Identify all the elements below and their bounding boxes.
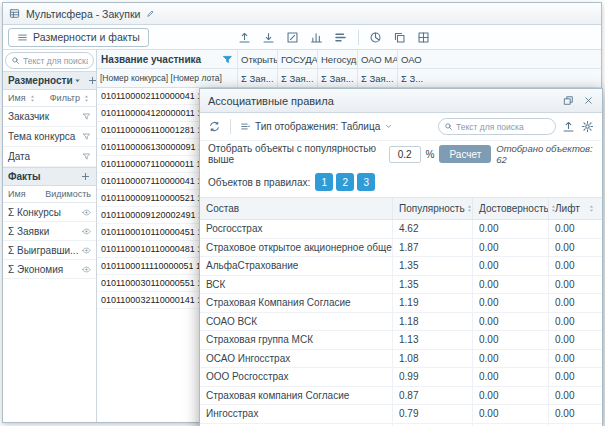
filter-icon[interactable] xyxy=(222,54,233,65)
edit-cell-icon[interactable] xyxy=(283,28,303,47)
sidebar-search[interactable] xyxy=(5,52,94,69)
calculate-button[interactable]: Расчет xyxy=(439,145,491,163)
pivot-row-dimension-header[interactable]: Название участника xyxy=(97,50,237,68)
fact-row[interactable]: Σ Конкурсы xyxy=(3,203,96,222)
objects-count-button-3[interactable]: 3 xyxy=(357,173,375,191)
column-header-confidence[interactable]: Достоверность xyxy=(472,198,548,219)
save-icon[interactable] xyxy=(259,28,279,47)
column-header-lift[interactable]: Лифт xyxy=(548,198,602,219)
filter-icon[interactable] xyxy=(82,132,91,141)
sort-icon[interactable] xyxy=(28,94,37,103)
rule-composition: Ингосстрах xyxy=(200,405,392,423)
rule-popularity: 1.87 xyxy=(392,239,472,257)
rule-confidence: 0.00 xyxy=(472,220,548,238)
rule-row[interactable]: СОАО ВСК1.180.000.00 xyxy=(200,313,602,332)
rule-row[interactable]: Ингосстрах0.790.000.00 xyxy=(200,405,602,424)
rows-chart-icon[interactable] xyxy=(331,28,351,47)
main-toolbar: Размерности и факты xyxy=(3,25,601,50)
search-icon xyxy=(444,122,453,131)
dimensions-title: Размерности xyxy=(8,75,73,86)
collapse-icon[interactable] xyxy=(73,76,82,85)
filter-icon[interactable] xyxy=(82,112,91,121)
fact-label: Σ Конкурсы xyxy=(8,207,61,218)
rule-row[interactable]: ООО Росгосстрах0.990.000.00 xyxy=(200,368,602,387)
copy-icon[interactable] xyxy=(390,28,410,47)
rename-icon[interactable] xyxy=(146,9,155,18)
visibility-icon[interactable] xyxy=(82,227,91,236)
close-icon[interactable] xyxy=(583,95,594,106)
dialog-title: Ассоциативные правила xyxy=(208,95,334,107)
pivot-measure-header[interactable]: Σ Зая... xyxy=(317,69,357,87)
dimension-label: Дата xyxy=(8,151,30,162)
rule-confidence: 0.00 xyxy=(472,368,548,386)
fact-row[interactable]: Σ Заявки xyxy=(3,222,96,241)
toolbar-separator xyxy=(358,30,359,45)
rule-lift: 0.00 xyxy=(548,239,602,257)
pivot-column-header[interactable]: ОАО МАГ xyxy=(357,50,397,68)
rule-row[interactable]: Страховая Компания Согласие1.190.000.00 xyxy=(200,294,602,313)
pivot-measure-header[interactable]: Σ Зая... xyxy=(357,69,397,87)
maximize-icon[interactable] xyxy=(563,95,574,106)
column-header-label: Лифт xyxy=(555,203,580,214)
refresh-icon[interactable] xyxy=(208,120,221,133)
pivot-column-header[interactable]: ГОСУДАР xyxy=(277,50,317,68)
rule-row[interactable]: ВСК1.350.000.00 xyxy=(200,276,602,295)
fact-row[interactable]: Σ Экономия xyxy=(3,260,96,279)
rule-composition: Росгосстрах xyxy=(200,220,392,238)
grid-icon[interactable] xyxy=(414,28,434,47)
filter-icon[interactable] xyxy=(82,152,91,161)
objects-in-rules-row: Объектов в правилах: 123 xyxy=(200,167,602,197)
rule-lift: 0.00 xyxy=(548,276,602,294)
sort-icon[interactable] xyxy=(587,204,596,213)
rule-row[interactable]: ОСАО Ингосстрах1.080.000.00 xyxy=(200,350,602,369)
column-header-composition[interactable]: Состав xyxy=(200,198,392,219)
toolbar-icon-group-1 xyxy=(235,28,351,47)
pivot-measure-header[interactable]: Σ Зая... xyxy=(237,69,277,87)
column-header-popularity[interactable]: Популярность xyxy=(392,198,472,219)
gear-icon[interactable] xyxy=(581,120,594,133)
associative-rules-dialog: Ассоциативные правила Тип отображения: Т… xyxy=(199,88,603,426)
fact-row[interactable]: Σ Выигравши... xyxy=(3,241,96,260)
view-type-dropdown[interactable]: Тип отображения: Таблица xyxy=(240,121,393,132)
rule-row[interactable]: АльфаСтрахование1.350.000.00 xyxy=(200,257,602,276)
add-dimension-icon[interactable] xyxy=(87,75,98,86)
rule-composition: Страховое открытое акционерное общест... xyxy=(200,239,392,257)
dimension-row[interactable]: Дата xyxy=(3,147,96,167)
dimensions-facts-button[interactable]: Размерности и факты xyxy=(8,28,149,47)
bar-chart-icon[interactable] xyxy=(307,28,327,47)
rule-lift: 0.00 xyxy=(548,331,602,349)
add-fact-icon[interactable] xyxy=(80,171,91,182)
visibility-icon[interactable] xyxy=(82,208,91,217)
dimension-row[interactable]: Заказчик xyxy=(3,107,96,127)
rule-confidence: 0.00 xyxy=(472,257,548,275)
objects-count-button-1[interactable]: 1 xyxy=(315,173,333,191)
rule-row[interactable]: Страховая группа МСК1.130.000.00 xyxy=(200,331,602,350)
visibility-icon[interactable] xyxy=(82,246,91,255)
upload-icon[interactable] xyxy=(235,28,255,47)
dimension-row[interactable]: Тема конкурса xyxy=(3,127,96,147)
export-icon[interactable] xyxy=(562,120,575,133)
popularity-threshold-input[interactable] xyxy=(389,146,421,163)
rule-popularity: 4.62 xyxy=(392,220,472,238)
visibility-icon[interactable] xyxy=(82,265,91,274)
rule-row[interactable]: Страховое открытое акционерное общест...… xyxy=(200,239,602,258)
objects-label: Объектов в правилах: xyxy=(208,177,310,188)
pie-chart-icon[interactable] xyxy=(366,28,386,47)
rule-lift: 0.00 xyxy=(548,294,602,312)
visibility-column-header: Видимость xyxy=(45,189,91,199)
pivot-column-header[interactable]: ОАО xyxy=(397,50,437,68)
sidebar-search-input[interactable] xyxy=(23,56,88,66)
rules-table-body: Росгосстрах4.620.000.00Страховое открыто… xyxy=(200,220,602,426)
dialog-search[interactable] xyxy=(438,118,556,135)
rule-row[interactable]: Росгосстрах4.620.000.00 xyxy=(200,220,602,239)
sort-icon[interactable] xyxy=(82,94,91,103)
window-title: Мультисфера - Закупки xyxy=(26,8,140,20)
pivot-column-header[interactable]: Негосуда xyxy=(317,50,357,68)
pivot-column-header[interactable]: Открыты xyxy=(237,50,277,68)
dialog-search-input[interactable] xyxy=(456,122,550,132)
rule-row[interactable]: Страховая компания Согласие0.870.000.00 xyxy=(200,387,602,406)
pivot-measure-header[interactable]: Σ З... xyxy=(397,69,437,87)
rule-popularity: 1.19 xyxy=(392,294,472,312)
pivot-measure-header[interactable]: Σ Зая... xyxy=(277,69,317,87)
objects-count-button-2[interactable]: 2 xyxy=(336,173,354,191)
